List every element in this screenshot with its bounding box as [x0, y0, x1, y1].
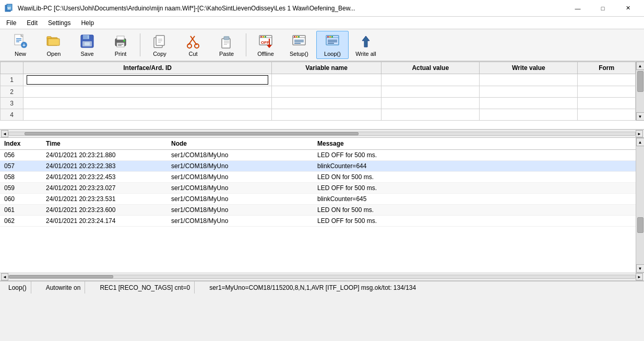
log-table-row: 060 24/01/2021 20:23:23.531 ser1/COM18/M…	[0, 194, 636, 205]
svg-rect-12	[48, 39, 59, 45]
log-vscrollbar[interactable]: ▲ ▼	[636, 138, 644, 273]
log-index: 062	[0, 216, 42, 227]
interface-cell-2[interactable]	[23, 86, 272, 98]
log-hscroll-track[interactable]	[8, 275, 636, 279]
writeall-button[interactable]: Write all	[350, 31, 382, 59]
form-cell-1[interactable]	[578, 74, 636, 86]
status-rec: REC1 [RECO_NO_TAGS] cnt=0	[96, 281, 195, 293]
minimize-button[interactable]: —	[566, 1, 590, 16]
log-message: LED OFF for 500 ms.	[313, 216, 636, 227]
form-cell-4[interactable]	[578, 109, 636, 121]
log-col-time: Time	[42, 138, 167, 150]
svg-rect-50	[298, 36, 300, 38]
table-row: 1	[1, 74, 636, 86]
hscroll-left-button[interactable]: ◄	[1, 130, 8, 137]
setup-icon	[291, 33, 307, 50]
log-node: ser1/COM18/MyUno	[167, 216, 313, 227]
table-hscroll[interactable]: ◄ ►	[0, 130, 644, 138]
open-button[interactable]: Open	[38, 31, 70, 59]
table-vscrollbar[interactable]: ▲ ▼	[636, 62, 644, 121]
svg-rect-48	[294, 36, 295, 38]
menu-edit[interactable]: Edit	[22, 18, 42, 28]
log-time: 24/01/2021 20:23:24.174	[42, 216, 167, 227]
row-num-4: 4	[1, 109, 23, 121]
log-index: 060	[0, 194, 42, 205]
menu-help[interactable]: Help	[77, 18, 98, 28]
varname-cell-3[interactable]	[271, 98, 381, 109]
hscroll-track[interactable]	[8, 132, 636, 136]
svg-point-31	[187, 44, 192, 48]
actual-cell-1	[381, 74, 480, 86]
menu-file[interactable]: File	[2, 18, 20, 28]
log-table-row: 056 24/01/2021 20:23:21.880 ser1/COM18/M…	[0, 150, 636, 161]
svg-rect-49	[296, 36, 297, 38]
log-vscroll-track[interactable]	[636, 146, 645, 264]
log-hscroll-thumb[interactable]	[9, 275, 113, 278]
interface-cell-1[interactable]	[23, 74, 272, 86]
svg-rect-57	[329, 36, 331, 38]
col-header-form: Form	[578, 62, 636, 74]
offline-button[interactable]: OFF Offline	[249, 31, 282, 59]
log-vscroll-up-button[interactable]: ▲	[636, 138, 645, 146]
svg-rect-42	[265, 36, 266, 38]
varname-cell-4[interactable]	[271, 109, 381, 121]
copy-button[interactable]: Copy	[144, 31, 176, 59]
save-button[interactable]: Save	[71, 31, 103, 59]
new-label: New	[15, 51, 26, 57]
actual-cell-4	[381, 109, 480, 121]
writeall-label: Write all	[355, 51, 376, 57]
log-index: 061	[0, 205, 42, 216]
status-autowrite: Autowrite on	[42, 281, 86, 293]
close-button[interactable]: ✕	[616, 1, 640, 16]
write-cell-3[interactable]	[480, 98, 578, 109]
loop-button[interactable]: Loop()	[316, 31, 349, 59]
menu-bar: File Edit Settings Help	[0, 17, 644, 29]
paste-button[interactable]: Paste	[210, 31, 243, 59]
offline-icon: OFF	[257, 33, 274, 50]
log-time: 24/01/2021 20:23:23.027	[42, 183, 167, 194]
form-cell-3[interactable]	[578, 98, 636, 109]
interface-input-1[interactable]	[27, 75, 268, 85]
setup-button[interactable]: Setup()	[283, 31, 315, 59]
log-index: 057	[0, 161, 42, 172]
save-icon	[79, 33, 96, 50]
loop-icon	[324, 33, 341, 50]
vscroll-track[interactable]	[636, 70, 645, 112]
log-table-row: 057 24/01/2021 20:23:22.383 ser1/COM18/M…	[0, 161, 636, 172]
write-cell-2[interactable]	[480, 86, 578, 98]
maximize-button[interactable]: □	[591, 1, 615, 16]
varname-cell-1[interactable]	[271, 74, 381, 86]
new-button[interactable]: + New	[4, 31, 37, 59]
vscroll-up-button[interactable]: ▲	[636, 62, 645, 70]
log-message: LED OFF for 500 ms.	[313, 150, 636, 161]
log-index: 058	[0, 172, 42, 183]
log-node: ser1/COM18/MyUno	[167, 205, 313, 216]
copy-label: Copy	[153, 51, 166, 57]
table-row: 2	[1, 86, 636, 98]
log-time: 24/01/2021 20:23:21.880	[42, 150, 167, 161]
svg-rect-22	[118, 45, 122, 46]
write-cell-1[interactable]	[480, 74, 578, 86]
interface-cell-3[interactable]	[23, 98, 272, 109]
vscroll-thumb[interactable]	[637, 71, 643, 92]
interface-cell-4[interactable]	[23, 109, 272, 121]
log-vscroll-thumb[interactable]	[637, 217, 643, 233]
log-hscroll-left-button[interactable]: ◄	[1, 273, 8, 280]
varname-cell-2[interactable]	[271, 86, 381, 98]
form-cell-2[interactable]	[578, 86, 636, 98]
log-hscroll-right-button[interactable]: ►	[636, 273, 643, 280]
menu-settings[interactable]: Settings	[44, 18, 75, 28]
log-hscroll[interactable]: ◄ ►	[0, 273, 644, 281]
hscroll-right-button[interactable]: ►	[636, 130, 643, 137]
cut-button[interactable]: Cut	[177, 31, 209, 59]
write-cell-4[interactable]	[480, 109, 578, 121]
status-bar: Loop() Autowrite on REC1 [RECO_NO_TAGS] …	[0, 281, 644, 293]
print-button[interactable]: Print	[104, 31, 137, 59]
svg-rect-40	[260, 36, 262, 38]
log-vscroll-down-button[interactable]: ▼	[636, 264, 645, 273]
hscroll-thumb[interactable]	[25, 132, 359, 135]
vscroll-down-button[interactable]: ▼	[636, 112, 645, 121]
window-title: WawiLib-PC [C:\Users\Johi\Documents\Ardu…	[18, 5, 566, 12]
col-header-rownum	[1, 62, 23, 74]
title-bar: W WawiLib-PC [C:\Users\Johi\Documents\Ar…	[0, 0, 644, 17]
